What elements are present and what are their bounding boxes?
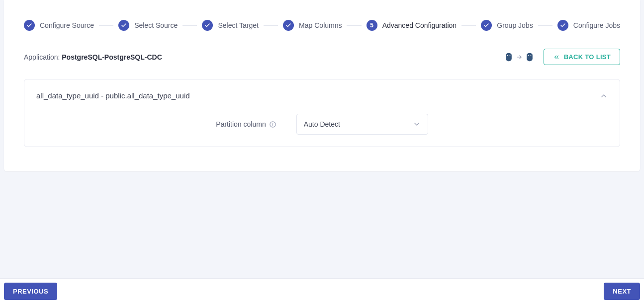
step-select-source[interactable]: Select Source	[118, 20, 178, 31]
check-icon	[24, 20, 35, 31]
step-label: Select Source	[134, 21, 178, 29]
select-value: Auto Detect	[304, 120, 340, 128]
previous-button[interactable]: PREVIOUS	[4, 283, 57, 300]
table-config-panel: all_data_type_uuid - public.all_data_typ…	[24, 79, 620, 147]
step-connector	[264, 25, 278, 26]
partition-column-select[interactable]: Auto Detect	[296, 114, 428, 135]
partition-column-label: Partition column	[216, 120, 276, 128]
postgresql-source-icon	[504, 52, 514, 62]
step-connector	[99, 25, 113, 26]
arrow-right-icon	[516, 54, 523, 61]
step-connector	[347, 25, 361, 26]
chevron-down-icon	[413, 120, 421, 128]
step-map-columns[interactable]: Map Columns	[283, 20, 342, 31]
step-label: Configure Jobs	[573, 21, 620, 29]
panel-title: all_data_type_uuid - public.all_data_typ…	[36, 91, 190, 100]
step-configure-jobs[interactable]: Configure Jobs	[557, 20, 620, 31]
application-actions: BACK TO LIST	[504, 49, 620, 65]
chevron-up-icon[interactable]	[600, 92, 608, 100]
main-card: Configure Source Select Source Select Ta…	[4, 0, 640, 171]
application-row: Application: PostgreSQL-PostgreSQL-CDC B…	[24, 49, 620, 65]
chevron-double-left-icon	[553, 54, 560, 61]
check-icon	[202, 20, 213, 31]
back-to-list-button[interactable]: BACK TO LIST	[544, 49, 620, 65]
step-label: Configure Source	[40, 21, 94, 29]
check-icon	[481, 20, 492, 31]
step-label: Map Columns	[299, 21, 342, 29]
check-icon	[557, 20, 568, 31]
application-prefix: Application:	[24, 53, 62, 61]
application-label: Application: PostgreSQL-PostgreSQL-CDC	[24, 53, 162, 61]
stepper: Configure Source Select Source Select Ta…	[24, 20, 620, 31]
step-group-jobs[interactable]: Group Jobs	[481, 20, 533, 31]
info-icon[interactable]	[269, 121, 276, 128]
step-label: Advanced Configuration	[382, 21, 457, 29]
postgresql-target-icon	[525, 52, 535, 62]
panel-body: Partition column Auto Detect	[36, 114, 608, 135]
next-button[interactable]: NEXT	[604, 283, 640, 300]
step-label: Select Target	[218, 21, 258, 29]
step-select-target[interactable]: Select Target	[202, 20, 258, 31]
step-number-badge: 5	[367, 20, 377, 31]
partition-label-text: Partition column	[216, 120, 266, 128]
svg-point-2	[273, 123, 273, 123]
footer-bar: PREVIOUS NEXT	[0, 278, 644, 304]
application-name: PostgreSQL-PostgreSQL-CDC	[62, 53, 162, 61]
step-configure-source[interactable]: Configure Source	[24, 20, 94, 31]
step-label: Group Jobs	[497, 21, 533, 29]
check-icon	[283, 20, 294, 31]
step-advanced-configuration[interactable]: 5 Advanced Configuration	[367, 20, 457, 31]
panel-header[interactable]: all_data_type_uuid - public.all_data_typ…	[36, 91, 608, 100]
check-icon	[118, 20, 129, 31]
step-connector	[538, 25, 552, 26]
db-pair-icons	[504, 52, 535, 62]
step-connector	[183, 25, 197, 26]
back-to-list-label: BACK TO LIST	[564, 53, 611, 61]
step-connector	[461, 25, 476, 26]
